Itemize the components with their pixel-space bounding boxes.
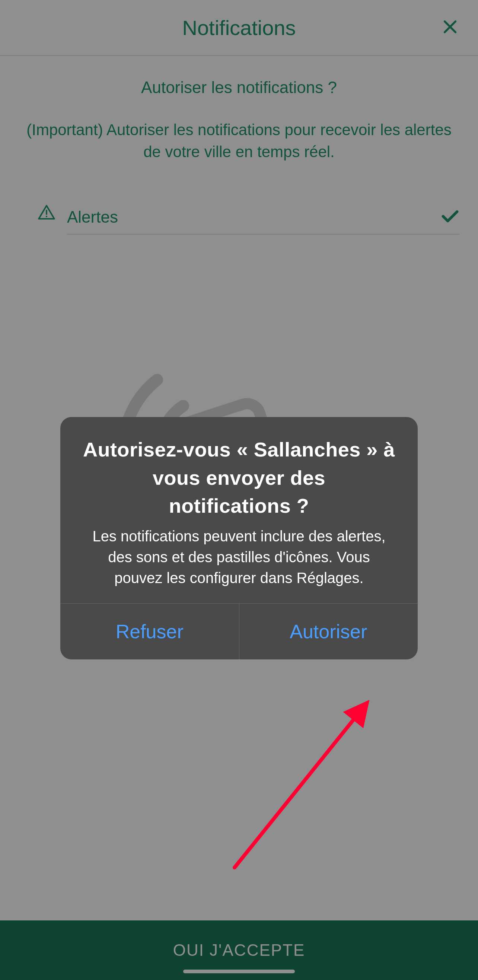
- modal-overlay: Autorisez-vous « Sallanches » à vous env…: [0, 0, 478, 980]
- refuse-button[interactable]: Refuser: [60, 604, 239, 659]
- permission-dialog: Autorisez-vous « Sallanches » à vous env…: [60, 417, 418, 659]
- dialog-message: Les notifications peuvent inclure des al…: [83, 526, 395, 588]
- dialog-title: Autorisez-vous « Sallanches » à vous env…: [83, 436, 395, 520]
- dialog-content: Autorisez-vous « Sallanches » à vous env…: [60, 417, 418, 603]
- allow-button[interactable]: Autoriser: [239, 604, 418, 659]
- dialog-buttons: Refuser Autoriser: [60, 603, 418, 659]
